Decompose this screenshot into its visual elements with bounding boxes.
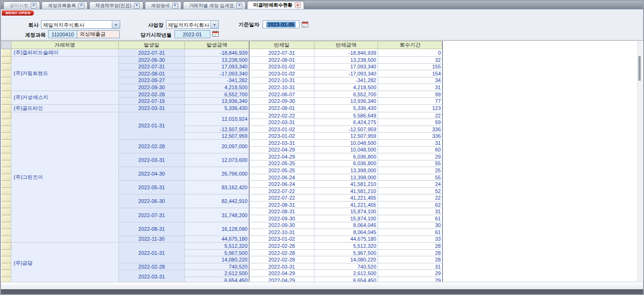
tab[interactable]: 공지사항×	[3, 1, 40, 9]
row-selector[interactable]	[2, 229, 11, 236]
occur-amount-cell[interactable]: 6,552,700	[185, 91, 249, 98]
collect-days-cell[interactable]: 99	[378, 91, 443, 98]
occur-amount-cell[interactable]: 83,162,420	[185, 181, 249, 194]
occur-amount-cell[interactable]: 16,128,090	[185, 222, 249, 236]
collect-days-cell[interactable]: 29	[378, 277, 443, 282]
settle-date-cell[interactable]: 2022-08-31	[249, 201, 314, 208]
settle-date-cell[interactable]: 2022-08-01	[249, 57, 314, 64]
settle-amount-cell[interactable]: 6,424,275	[314, 119, 378, 126]
settle-date-cell[interactable]: 2022-03-31	[249, 140, 314, 147]
row-selector[interactable]	[2, 104, 11, 112]
settle-date-cell[interactable]: 2022-02-28	[249, 243, 314, 250]
occur-date-cell[interactable]: 2022-09-27	[119, 77, 185, 84]
occur-amount-cell[interactable]: -12,507,959	[185, 126, 249, 133]
vertical-scrollbar[interactable]	[637, 42, 642, 281]
row-selector[interactable]	[2, 63, 11, 70]
settle-date-cell[interactable]: 2022-07-31	[249, 49, 314, 57]
settle-amount-cell[interactable]: 15,874,100	[314, 215, 378, 222]
period-start-input[interactable]: 2022-01	[174, 30, 210, 38]
settle-date-cell[interactable]: 2022-10-31	[249, 77, 314, 84]
settle-date-cell[interactable]: 2022-03-31	[249, 263, 314, 270]
row-selector[interactable]	[2, 140, 11, 147]
collect-days-cell[interactable]: 22	[378, 194, 443, 202]
collect-days-cell[interactable]: 31	[378, 263, 443, 270]
settle-date-cell[interactable]: 2022-09-30	[249, 98, 314, 105]
settle-amount-cell[interactable]: 15,874,100	[314, 208, 378, 215]
settle-amount-cell[interactable]: 41,221,455	[314, 201, 378, 208]
settle-amount-cell[interactable]: 5,512,320	[314, 243, 378, 250]
settle-date-cell[interactable]: 2022-04-29	[249, 146, 314, 153]
occur-amount-cell[interactable]: 82,442,910	[185, 194, 249, 208]
collect-days-cell[interactable]: 0	[378, 49, 443, 57]
settle-date-cell[interactable]: 2023-01-02	[249, 133, 314, 140]
collect-days-cell[interactable]: 33	[378, 236, 443, 243]
settle-date-cell[interactable]: 2023-01-02	[249, 70, 314, 77]
settle-amount-cell[interactable]: 8,064,045	[314, 229, 378, 236]
collect-days-cell[interactable]: 31	[378, 140, 443, 147]
settle-date-cell[interactable]: 2022-06-24	[249, 181, 314, 188]
collect-days-cell[interactable]: 29	[378, 153, 443, 160]
occur-amount-cell[interactable]: -17,093,340	[185, 70, 249, 77]
occur-date-cell[interactable]: 2022-08-31	[119, 222, 185, 236]
settle-amount-cell[interactable]: 17,093,340	[314, 63, 378, 70]
occur-date-cell[interactable]: 2022-07-15	[119, 98, 185, 105]
tab[interactable]: 거래처별 계정 집계표×	[183, 1, 246, 9]
occur-amount-cell[interactable]: 5,967,500	[185, 249, 249, 256]
settle-amount-cell[interactable]: 13,936,340	[314, 98, 378, 105]
collect-days-cell[interactable]: 77	[378, 98, 443, 105]
settle-amount-cell[interactable]: 4,218,500	[314, 84, 378, 91]
collect-days-cell[interactable]: 28	[378, 243, 443, 250]
collect-days-cell[interactable]: 336	[378, 126, 443, 133]
occur-date-cell[interactable]: 2022-06-30	[119, 57, 185, 64]
calendar-icon[interactable]	[212, 31, 219, 37]
occur-amount-cell[interactable]: 6,654,450	[185, 277, 249, 282]
tab[interactable]: 미결/반제회수현황×	[247, 1, 304, 9]
occur-date-cell[interactable]: 2022-01-31	[119, 243, 185, 263]
settle-amount-cell[interactable]: 5,586,649	[314, 112, 378, 119]
occur-amount-cell[interactable]: -18,846,939	[185, 49, 249, 57]
settle-date-cell[interactable]: 2022-05-25	[249, 160, 314, 167]
tab[interactable]: 계정명세×	[145, 1, 182, 9]
settle-date-cell[interactable]: 2022-04-29	[249, 277, 314, 282]
settle-amount-cell[interactable]: 6,552,700	[314, 91, 378, 98]
occur-amount-cell[interactable]: -341,282	[185, 77, 249, 84]
collect-days-cell[interactable]: 155	[378, 63, 443, 70]
settle-amount-cell[interactable]: 44,675,180	[314, 236, 378, 243]
occur-amount-cell[interactable]: 12,073,600	[185, 153, 249, 167]
occur-amount-cell[interactable]: 26,796,000	[185, 167, 249, 181]
occur-amount-cell[interactable]: 14,080,220	[185, 256, 249, 263]
occur-date-cell[interactable]: 2022-02-28	[119, 263, 185, 270]
collect-days-cell[interactable]: 32	[378, 57, 443, 64]
customer-name-cell[interactable]: (주)골드라인	[11, 104, 119, 112]
row-selector[interactable]	[2, 160, 11, 167]
occur-date-cell[interactable]: 2022-03-31	[119, 270, 185, 282]
tab-close-icon[interactable]: ×	[236, 3, 242, 8]
settle-date-cell[interactable]: 2022-02-28	[249, 249, 314, 256]
settle-amount-cell[interactable]: -341,282	[314, 77, 378, 84]
collect-days-cell[interactable]: 61	[378, 229, 443, 236]
occur-date-cell[interactable]: 2022-07-31	[119, 208, 185, 222]
settle-date-cell[interactable]: 2022-07-22	[249, 187, 314, 194]
collect-days-cell[interactable]: 60	[378, 146, 443, 153]
settle-date-cell[interactable]: 2023-01-02	[249, 126, 314, 133]
settle-amount-cell[interactable]: 14,080,220	[314, 256, 378, 263]
occur-date-cell[interactable]: 2022-04-30	[119, 167, 185, 181]
row-selector[interactable]	[2, 91, 11, 98]
settle-date-cell[interactable]: 2022-02-28	[249, 256, 314, 263]
settle-amount-cell[interactable]: 6,036,800	[314, 153, 378, 160]
occur-amount-cell[interactable]: 2,612,500	[185, 270, 249, 277]
occur-date-cell[interactable]: 2022-09-30	[119, 84, 185, 91]
account-code-input[interactable]: 11100410	[48, 30, 77, 38]
row-selector[interactable]	[2, 77, 11, 84]
menu-open-button[interactable]: MENU OPEN	[2, 10, 34, 16]
customer-name-cell[interactable]: (주)거성에스지	[11, 91, 119, 104]
occur-date-cell[interactable]: 2022-02-28	[119, 140, 185, 153]
occur-date-cell[interactable]: 2022-06-30	[119, 194, 185, 208]
settle-date-cell[interactable]: 2022-04-29	[249, 270, 314, 277]
row-selector[interactable]	[2, 70, 11, 77]
settle-amount-cell[interactable]: 10,048,500	[314, 140, 378, 147]
collect-days-cell[interactable]: 29	[378, 270, 443, 277]
occur-date-cell[interactable]: 2022-03-31	[119, 153, 185, 167]
row-selector[interactable]	[2, 133, 11, 140]
occur-amount-cell[interactable]: 13,238,500	[185, 57, 249, 64]
